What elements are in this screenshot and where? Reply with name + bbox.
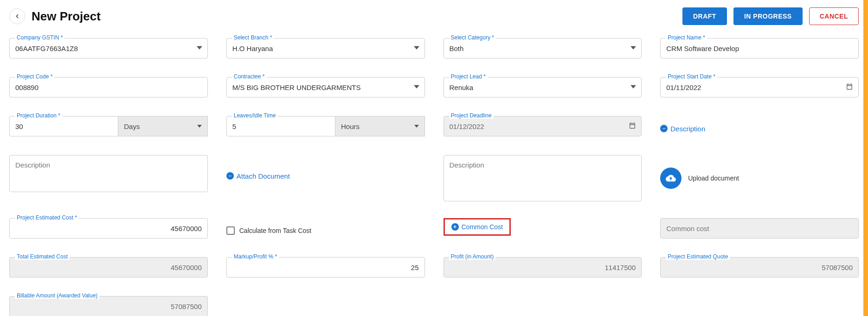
total-estimated-cost-field: Total Estimated Cost [9,257,208,277]
project-estimated-quote-field: Project Estimated Quote [660,257,859,277]
contractee-field: Contractee * M/S BIG BROTHER UNDERGARMEN… [226,77,425,97]
calculate-from-task-cost-label: Calculate from Task Cost [239,227,311,234]
project-estimated-quote-input [660,257,859,277]
project-code-field: Project Code * [9,77,208,97]
billable-amount-label: Billable Amount (Awarded Value) [15,292,99,299]
leaves-idle-unit-label: Hours [341,123,360,130]
project-lead-label: Project Lead * [449,73,488,80]
company-gstin-field: Company GSTIN * 06AATFG7663A1Z8 [9,38,208,58]
project-deadline-label: Project Deadline [449,112,494,119]
description-2-field [444,155,642,192]
project-code-input[interactable] [9,77,208,97]
leaves-idle-input[interactable] [226,116,335,136]
select-category-field: Select Category * Both [444,38,642,58]
leaves-idle-field: Leaves/Idle Time Hours [226,116,425,136]
total-estimated-cost-input [9,257,208,277]
project-start-date-field: Project Start Date * [660,77,859,97]
select-branch-label: Select Branch * [232,34,274,41]
project-lead-field: Project Lead * Renuka [444,77,642,97]
select-category-select[interactable]: Both [444,38,642,58]
project-start-date-input[interactable] [660,77,859,97]
calculate-from-task-cost-toggle[interactable]: Calculate from Task Cost [226,218,425,239]
attach-document-label: Attach Document [237,172,290,180]
chevron-left-icon [14,13,20,19]
draft-button[interactable]: DRAFT [682,7,727,25]
markup-profit-input[interactable] [226,257,425,277]
upload-document-label: Upload document [688,174,739,182]
minus-circle-icon: − [660,125,668,132]
minus-circle-icon: − [226,172,234,180]
leaves-idle-unit-select[interactable]: Hours [335,116,425,136]
chevron-down-icon [414,125,419,128]
chevron-down-icon [197,125,202,128]
billable-amount-field: Billable Amount (Awarded Value) [9,296,208,316]
project-duration-field: Project Duration * Days [9,116,208,136]
profit-amount-input [444,257,642,277]
leaves-idle-label: Leaves/Idle Time [232,112,278,119]
project-name-input[interactable] [660,38,859,58]
cancel-button[interactable]: CANCEL [809,7,859,25]
project-duration-label: Project Duration * [15,112,62,119]
company-gstin-select[interactable]: 06AATFG7663A1Z8 [9,38,208,58]
description-toggle-label: Description [670,125,705,133]
upload-document-button[interactable]: Upload document [660,155,859,192]
plus-circle-icon: + [451,223,459,231]
checkbox-icon [226,226,235,235]
profit-amount-field: Profit (in Amount) [444,257,642,277]
common-cost-link-label: Common Cost [462,223,503,231]
project-deadline-field: Project Deadline [444,116,642,136]
project-estimated-cost-input[interactable] [9,218,208,239]
project-start-date-label: Project Start Date * [666,73,717,80]
project-estimated-cost-label: Project Estimated Cost * [15,214,79,221]
project-duration-unit-label: Days [124,123,140,130]
project-duration-unit-select[interactable]: Days [118,116,208,136]
project-name-field: Project Name * [660,38,859,58]
description-2-input[interactable] [444,155,642,201]
description-1-field [9,155,208,192]
page-title: New Project [32,9,101,24]
markup-profit-field: Markup/Profit % * [226,257,425,277]
select-branch-select[interactable]: H.O Haryana [226,38,425,58]
in-progress-button[interactable]: IN PROGRESS [733,7,803,25]
description-toggle[interactable]: − Description [660,116,859,136]
project-deadline-input [444,116,642,136]
project-code-label: Project Code * [15,73,54,80]
common-cost-field [660,218,859,239]
calendar-icon [629,122,636,131]
company-gstin-label: Company GSTIN * [15,34,64,41]
project-name-label: Project Name * [666,34,707,41]
project-duration-input[interactable] [9,116,118,136]
common-cost-link[interactable]: + Common Cost [444,218,511,236]
upload-cloud-icon [660,168,682,189]
calendar-icon [846,83,853,92]
project-estimated-cost-field: Project Estimated Cost * [9,218,208,239]
contractee-label: Contractee * [232,73,267,80]
profit-amount-label: Profit (in Amount) [449,253,496,260]
common-cost-input [660,218,859,239]
total-estimated-cost-label: Total Estimated Cost [15,253,70,260]
select-branch-field: Select Branch * H.O Haryana [226,38,425,58]
contractee-select[interactable]: M/S BIG BROTHER UNDERGARMENTS [226,77,425,97]
markup-profit-label: Markup/Profit % * [232,253,279,260]
project-estimated-quote-label: Project Estimated Quote [666,253,730,260]
attach-document-link[interactable]: − Attach Document [226,155,425,192]
billable-amount-input [9,296,208,316]
project-lead-select[interactable]: Renuka [444,77,642,97]
description-1-input[interactable] [9,155,208,192]
back-button[interactable] [9,8,25,24]
select-category-label: Select Category * [449,34,496,41]
